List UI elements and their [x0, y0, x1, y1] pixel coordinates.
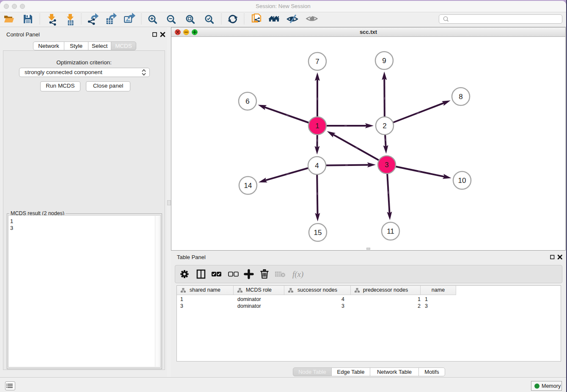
svg-text:9: 9 — [382, 57, 386, 65]
svg-text:2: 2 — [383, 122, 386, 130]
svg-text:10: 10 — [458, 177, 466, 185]
svg-text:11: 11 — [387, 227, 394, 235]
svg-text:3: 3 — [385, 161, 388, 169]
svg-text:15: 15 — [314, 229, 322, 237]
svg-text:14: 14 — [244, 182, 252, 190]
svg-text:6: 6 — [245, 97, 249, 105]
svg-text:1: 1 — [315, 122, 319, 130]
svg-text:f(x): f(x) — [292, 270, 303, 279]
svg-text:4: 4 — [315, 162, 319, 170]
svg-text:8: 8 — [459, 93, 462, 101]
svg-text:7: 7 — [315, 58, 319, 66]
